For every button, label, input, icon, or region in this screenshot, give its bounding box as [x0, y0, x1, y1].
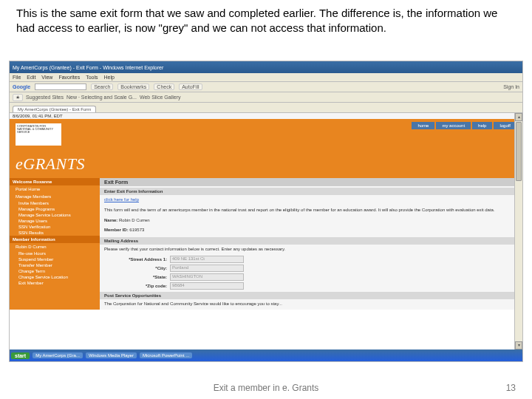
signin-link[interactable]: Sign In: [503, 84, 519, 89]
sidebar-manage-members: Manage Members: [10, 193, 100, 200]
favorites-star-icon[interactable]: ★: [13, 94, 23, 101]
bookmarks-button[interactable]: Bookmarks: [117, 83, 149, 90]
scroll-down-arrow-icon[interactable]: ▾: [515, 341, 522, 349]
sidebar-welcome: Welcome Roxanne: [10, 178, 100, 185]
sidebar-item[interactable]: Manage Users: [10, 218, 100, 224]
browser-screenshot: My AmeriCorps (Grantee) - Exit Form - Wi…: [9, 61, 523, 362]
sidebar-member-info: Member Information: [10, 236, 100, 243]
timestamp: 8/6/2009, 01:41 PM, EDT: [10, 113, 522, 119]
sidebar-portal-home[interactable]: Portal Home: [10, 185, 100, 193]
vertical-scrollbar[interactable]: ▴ ▾: [514, 113, 522, 349]
sidebar-item[interactable]: Change Term: [10, 268, 100, 274]
city-input: Portland: [170, 265, 244, 272]
section-post-service: Post Service Opportunities: [100, 292, 522, 299]
nav-logoff[interactable]: logoff: [494, 122, 516, 129]
sidebar-item[interactable]: SSN Verification: [10, 224, 100, 230]
windows-taskbar: start My AmeriCorps (Gra... Windows Medi…: [10, 349, 522, 361]
google-label: Google: [13, 84, 30, 89]
google-search-input[interactable]: [35, 83, 86, 90]
egrants-brand: eGRANTS: [16, 154, 85, 174]
main-heading: Exit Form: [100, 178, 522, 186]
nav-home[interactable]: home: [412, 122, 434, 129]
news-link[interactable]: New · Selecting and Scale G...: [66, 95, 137, 100]
sidebar-item[interactable]: Exit Member: [10, 280, 100, 286]
menu-help[interactable]: Help: [104, 75, 115, 80]
menu-edit[interactable]: Edit: [27, 75, 35, 80]
corporation-logo: CORPORATION FOR NATIONAL & COMMUNITY SER…: [16, 123, 61, 146]
sidebar-item[interactable]: Transfer Member: [10, 262, 100, 268]
section-enter-exit-info: Enter Exit Form Information: [100, 188, 522, 195]
tab-bar: My AmeriCorps (Grantee) - Exit Form: [10, 103, 522, 113]
google-toolbar: Google Search Bookmarks Check AutoFill S…: [10, 82, 522, 92]
autofill-button[interactable]: AutoFill: [179, 83, 202, 90]
search-button[interactable]: Search: [91, 83, 113, 90]
address-bar: ★ Suggested Sites New · Selecting and Sc…: [10, 92, 522, 103]
help-link[interactable]: click here for help: [100, 195, 522, 205]
city-row: *City: Portland: [100, 264, 522, 273]
menu-tools[interactable]: Tools: [86, 75, 98, 80]
taskbar-item[interactable]: My AmeriCorps (Gra...: [33, 352, 83, 358]
intro-text: This form will end the term of an americ…: [100, 205, 522, 216]
slide-caption: This is the same exit form that we saw a…: [16, 6, 516, 35]
member-id-row: Member ID: 619573: [100, 225, 522, 236]
zip-row: *Zip code: 98684: [100, 282, 522, 290]
sidebar-item[interactable]: Manage Service Locations: [10, 212, 100, 218]
scroll-up-arrow-icon[interactable]: ▴: [515, 113, 522, 121]
scrollbar-thumb[interactable]: [516, 122, 522, 181]
nav-help[interactable]: help: [472, 122, 492, 129]
slide-footer: Exit a member in e. Grants: [0, 383, 532, 393]
sidebar-item[interactable]: SSN Results: [10, 230, 100, 236]
page-content: 8/6/2009, 01:41 PM, EDT CORPORATION FOR …: [10, 113, 522, 349]
browser-titlebar: My AmeriCorps (Grantee) - Exit Form - Wi…: [10, 61, 522, 73]
city-label: *City:: [104, 266, 167, 270]
check-button[interactable]: Check: [154, 83, 174, 90]
zip-input: 98684: [170, 282, 244, 290]
top-nav: home my account help logoff: [412, 122, 516, 129]
state-label: *State:: [104, 275, 167, 279]
nav-myaccount[interactable]: my account: [436, 122, 471, 129]
browser-menubar: File Edit View Favorites Tools Help: [10, 73, 522, 82]
taskbar-item[interactable]: Microsoft PowerPoint ...: [140, 352, 192, 358]
taskbar-item[interactable]: Windows Media Player: [86, 352, 137, 358]
post-service-intro: The Corporation for National and Communi…: [100, 299, 522, 310]
sidebar-item[interactable]: Change Service Location: [10, 274, 100, 280]
sidebar-item[interactable]: Suspend Member: [10, 256, 100, 262]
app-header: CORPORATION FOR NATIONAL & COMMUNITY SER…: [10, 119, 522, 178]
street-input: 409 NE 131st Ct: [170, 256, 244, 263]
street-label: *Street Address 1:: [104, 257, 167, 262]
sidebar-item[interactable]: Re-use Hours: [10, 250, 100, 256]
member-name-row: Name: Robin D Curren: [100, 216, 522, 226]
zip-label: *Zip code:: [104, 284, 167, 288]
sidebar-member-name: Robin D Curren: [10, 243, 100, 250]
gallery-link[interactable]: Web Slice Gallery: [140, 95, 181, 100]
main-panel: Exit Form Enter Exit Form Information cl…: [100, 178, 522, 310]
suggested-sites-link[interactable]: Suggested Sites: [26, 95, 64, 100]
browser-title: My AmeriCorps (Grantee) - Exit Form - Wi…: [13, 65, 163, 70]
start-button[interactable]: start: [11, 352, 30, 359]
menu-favorites[interactable]: Favorites: [58, 75, 80, 80]
menu-view[interactable]: View: [41, 75, 52, 80]
slide-number: 13: [506, 383, 516, 393]
section-mailing-address: Mailing Address: [100, 237, 522, 245]
browser-tab[interactable]: My AmeriCorps (Grantee) - Exit Form: [13, 106, 96, 112]
menu-file[interactable]: File: [13, 75, 21, 80]
sidebar-item[interactable]: Invite Members: [10, 200, 100, 206]
street-row: *Street Address 1: 409 NE 131st Ct: [100, 255, 522, 264]
state-row: *State: WASHINGTON: [100, 273, 522, 282]
sidebar-item[interactable]: Manage Programs: [10, 206, 100, 212]
state-input: WASHINGTON: [170, 273, 244, 281]
address-intro: Please verify that your contact informat…: [100, 245, 522, 255]
sidebar: Welcome Roxanne Portal Home Manage Membe…: [10, 178, 100, 310]
